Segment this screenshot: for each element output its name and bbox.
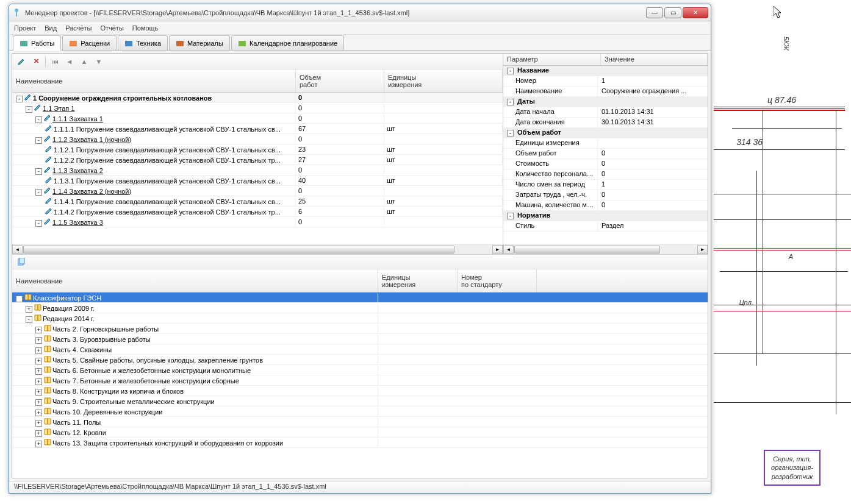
col-cls-unit[interactable]: Единицы измерения bbox=[378, 269, 458, 292]
prop-value[interactable]: 0 bbox=[598, 149, 708, 158]
maximize-button[interactable]: ▭ bbox=[664, 7, 681, 18]
classifier-row[interactable]: +Часть 4. Скважины bbox=[12, 344, 708, 355]
prop-row[interactable]: Количество персонала в с...0 bbox=[503, 169, 708, 180]
col-param[interactable]: Параметр bbox=[503, 54, 601, 65]
prop-value[interactable]: 0 bbox=[598, 159, 708, 169]
row-name[interactable]: 1.1.3 Захватка 2 bbox=[52, 167, 103, 174]
tree-toggle-icon[interactable]: - bbox=[35, 189, 42, 196]
classifier-row[interactable]: +Часть 10. Деревянные конструкции bbox=[12, 406, 708, 417]
scroll-left-icon[interactable]: ◄ bbox=[503, 245, 514, 254]
nav-prev-icon[interactable]: ◄ bbox=[64, 56, 75, 67]
prop-value[interactable]: 0 bbox=[598, 190, 708, 200]
tree-toggle-icon[interactable]: + bbox=[35, 368, 42, 375]
tree-toggle-icon[interactable]: + bbox=[35, 358, 42, 364]
menu-help[interactable]: Помощь bbox=[132, 24, 159, 32]
classifier-row[interactable]: +Часть 6. Бетонные и железобетонные конс… bbox=[12, 365, 708, 375]
tree-toggle-icon[interactable]: - bbox=[26, 316, 32, 323]
tree-toggle-icon[interactable]: - bbox=[35, 220, 42, 227]
prop-row[interactable]: СтильРаздел bbox=[503, 221, 708, 232]
prop-value[interactable]: Раздел bbox=[598, 221, 708, 231]
copy-icon[interactable] bbox=[16, 257, 27, 268]
classifier-row[interactable]: +Часть 2. Горновскрышные работы bbox=[12, 324, 708, 334]
tree-toggle-icon[interactable]: + bbox=[35, 389, 42, 396]
nav-first-icon[interactable]: ⏮ bbox=[49, 56, 60, 67]
row-name[interactable]: 1.1.4 Захватка 2 (ночной) bbox=[52, 188, 131, 195]
edit-icon[interactable] bbox=[16, 56, 27, 67]
prop-row[interactable]: Стоимость0 bbox=[503, 159, 708, 169]
tree-toggle-icon[interactable]: - bbox=[35, 116, 42, 123]
classifier-row[interactable]: +Часть 9. Строительные металлические кон… bbox=[12, 396, 708, 406]
classifier-row[interactable]: +Часть 11. Полы bbox=[12, 417, 708, 427]
tree-toggle-icon[interactable]: - bbox=[35, 137, 42, 144]
works-hscroll[interactable]: ◄ ► bbox=[12, 244, 503, 254]
col-volume[interactable]: Объем работ bbox=[296, 69, 384, 92]
col-cls-name[interactable]: Наименование bbox=[12, 269, 378, 292]
tree-toggle-icon[interactable]: + bbox=[35, 410, 42, 416]
classifier-row[interactable]: -Классификатор ГЭСН bbox=[12, 293, 708, 303]
prop-value[interactable]: 0 bbox=[598, 201, 708, 210]
scroll-right-icon[interactable]: ► bbox=[697, 245, 708, 254]
works-row[interactable]: 1.1.4.2 Погружение сваевдавливающей уста… bbox=[12, 207, 503, 217]
classifier-row[interactable]: +Часть 12. Кровли bbox=[12, 427, 708, 438]
tree-toggle-icon[interactable]: + bbox=[35, 441, 42, 447]
titlebar[interactable]: Менеджер проектов - [\\FILESERVER\Storag… bbox=[9, 4, 711, 21]
prop-group[interactable]: - Норматив bbox=[503, 211, 708, 221]
classifier-row[interactable]: +Часть 5. Свайные работы, опускные колод… bbox=[12, 355, 708, 365]
prop-row[interactable]: Номер1 bbox=[503, 76, 708, 87]
prop-group[interactable]: - Объем работ bbox=[503, 128, 708, 138]
tab-Расценки[interactable]: Расценки bbox=[62, 35, 117, 50]
tab-Техника[interactable]: Техника bbox=[118, 35, 168, 50]
works-row[interactable]: -1.1.1 Захватка 10 bbox=[12, 113, 503, 124]
tree-toggle-icon[interactable]: - bbox=[507, 130, 514, 137]
prop-value[interactable]: 1 bbox=[598, 180, 708, 190]
row-name[interactable]: 1.1 Этап 1 bbox=[43, 105, 74, 112]
prop-value[interactable] bbox=[598, 138, 708, 148]
classifier-row[interactable]: +Часть 13. Защита строительных конструкц… bbox=[12, 438, 708, 448]
works-row[interactable]: 1.1.4.1 Погружение сваевдавливающей уста… bbox=[12, 196, 503, 207]
menu-project[interactable]: Проект bbox=[14, 24, 36, 32]
prop-value[interactable]: 0 bbox=[598, 169, 708, 179]
tree-toggle-icon[interactable]: - bbox=[507, 99, 514, 105]
prop-group[interactable]: - Даты bbox=[503, 97, 708, 107]
works-row[interactable]: 1.1.1.1 Погружение сваевдавливающей уста… bbox=[12, 124, 503, 134]
row-name[interactable]: 1.1.5 Захватка 3 bbox=[52, 219, 103, 226]
works-row[interactable]: 1.1.2.2 Погружение сваевдавливающей уста… bbox=[12, 155, 503, 165]
props-hscroll[interactable]: ◄ ► bbox=[503, 244, 708, 254]
tree-toggle-icon[interactable]: + bbox=[35, 327, 42, 333]
prop-value[interactable]: 1 bbox=[598, 76, 708, 86]
classifier-row[interactable]: +Редакция 2009 г. bbox=[12, 303, 708, 313]
classifier-row[interactable]: +Часть 7. Бетонные и железобетонные конс… bbox=[12, 375, 708, 386]
tree-toggle-icon[interactable]: - bbox=[35, 168, 42, 175]
tree-toggle-icon[interactable]: - bbox=[507, 68, 514, 74]
tree-toggle-icon[interactable]: + bbox=[35, 347, 42, 354]
delete-icon[interactable]: ✕ bbox=[31, 56, 41, 67]
tab-Работы[interactable]: Работы bbox=[13, 35, 61, 51]
works-row[interactable]: 1.1.2.1 Погружение сваевдавливающей уста… bbox=[12, 144, 503, 155]
prop-row[interactable]: Дата начала01.10.2013 14:31 bbox=[503, 107, 708, 118]
tree-toggle-icon[interactable]: - bbox=[16, 296, 23, 302]
row-name[interactable]: 1.1.2 Захватка 1 (ночной) bbox=[52, 136, 131, 143]
classifier-row[interactable]: +Часть 8. Конструкции из кирпича и блоко… bbox=[12, 386, 708, 396]
prop-row[interactable]: НаименованиеСооружение ограждения ... bbox=[503, 87, 708, 97]
close-button[interactable]: ✕ bbox=[683, 7, 708, 18]
prop-row[interactable]: Дата окончания30.10.2013 14:31 bbox=[503, 118, 708, 128]
prop-value[interactable]: Сооружение ограждения ... bbox=[598, 87, 708, 96]
tab-Календарное планирование[interactable]: Календарное планирование bbox=[231, 35, 344, 50]
tree-toggle-icon[interactable]: - bbox=[507, 213, 514, 219]
prop-value[interactable]: 01.10.2013 14:31 bbox=[598, 107, 708, 117]
col-units[interactable]: Единицы измерения bbox=[384, 69, 503, 92]
classifier-row[interactable]: -Редакция 2014 г. bbox=[12, 313, 708, 324]
works-row[interactable]: -1.1 Этап 10 bbox=[12, 103, 503, 113]
nav-down-icon[interactable]: ▼ bbox=[93, 56, 104, 67]
nav-up-icon[interactable]: ▲ bbox=[79, 56, 90, 67]
works-row[interactable]: -1.1.4 Захватка 2 (ночной)0 bbox=[12, 186, 503, 196]
tree-toggle-icon[interactable]: + bbox=[35, 420, 42, 427]
prop-row[interactable]: Машина, количество маш...0 bbox=[503, 201, 708, 211]
prop-group[interactable]: - Название bbox=[503, 66, 708, 76]
works-row[interactable]: -1.1.3 Захватка 20 bbox=[12, 165, 503, 176]
classifier-row[interactable]: +Часть 3. Буровзрывные работы bbox=[12, 334, 708, 344]
col-cls-std[interactable]: Номер по стандарту bbox=[458, 269, 537, 292]
minimize-button[interactable]: — bbox=[646, 7, 663, 18]
prop-row[interactable]: Объем работ0 bbox=[503, 149, 708, 159]
works-row[interactable]: -1 Сооружение ограждения строительных ко… bbox=[12, 93, 503, 103]
